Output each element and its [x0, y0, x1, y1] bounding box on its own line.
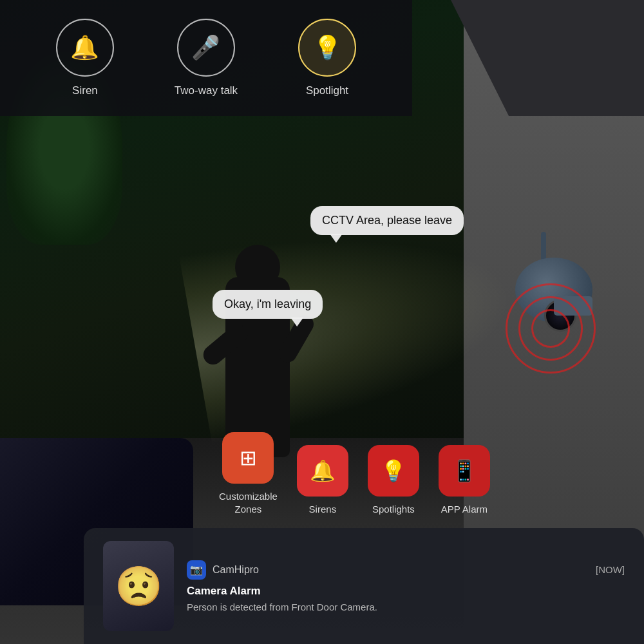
- notif-body: Person is detected from Front Door Camer…: [187, 601, 625, 612]
- intruder-figure: [200, 251, 316, 457]
- action-item-spotlights[interactable]: 💡Spotlights: [368, 445, 419, 516]
- bubble-cctv: CCTV Area, please leave: [310, 206, 464, 235]
- feature-icon-spotlight: 💡: [298, 19, 356, 77]
- feature-icon-siren: 🔔: [56, 19, 114, 77]
- notif-header: 📷 CamHipro [NOW]: [187, 560, 625, 580]
- feature-item-spotlight[interactable]: 💡Spotlight: [298, 19, 356, 97]
- notif-time: [NOW]: [596, 564, 625, 575]
- notif-avatar: 😟: [103, 541, 174, 631]
- feature-label-spotlight: Spotlight: [306, 84, 348, 97]
- action-icon-app-alarm: 📱: [439, 445, 490, 497]
- action-label-customizable-zones: Customizable Zones: [219, 490, 278, 515]
- scene: CCTV Area, please leave Okay, i'm leavin…: [0, 0, 644, 644]
- feature-label-two-way-talk: Two-way talk: [175, 84, 238, 97]
- feature-item-two-way-talk[interactable]: 🎤Two-way talk: [175, 19, 238, 97]
- notif-app-name: CamHipro: [213, 564, 259, 576]
- bottom-actions-bar: ⊞Customizable Zones🔔Sirens💡Spotlights📱AP…: [219, 432, 490, 515]
- feature-label-siren: Siren: [72, 84, 98, 97]
- action-label-sirens: Sirens: [309, 503, 337, 516]
- action-item-sirens[interactable]: 🔔Sirens: [297, 445, 348, 516]
- top-features-bar: 🔔Siren🎤Two-way talk💡Spotlight: [0, 0, 412, 116]
- action-item-customizable-zones[interactable]: ⊞Customizable Zones: [219, 432, 278, 515]
- action-icon-customizable-zones: ⊞: [222, 432, 274, 484]
- notif-app-icon: 📷: [187, 560, 206, 580]
- notification-bar: 😟 📷 CamHipro [NOW] Camera Alarm Person i…: [84, 528, 644, 644]
- notif-title: Camera Alarm: [187, 585, 625, 598]
- notif-content: 📷 CamHipro [NOW] Camera Alarm Person is …: [187, 560, 625, 612]
- feature-icon-two-way-talk: 🎤: [177, 19, 235, 77]
- feature-item-siren[interactable]: 🔔Siren: [56, 19, 114, 97]
- bubble-leaving: Okay, i'm leaving: [213, 290, 323, 319]
- action-label-spotlights: Spotlights: [372, 503, 415, 516]
- action-item-app-alarm[interactable]: 📱APP Alarm: [439, 445, 490, 516]
- action-label-app-alarm: APP Alarm: [441, 503, 488, 516]
- action-icon-spotlights: 💡: [368, 445, 419, 497]
- action-icon-sirens: 🔔: [297, 445, 348, 497]
- sonar-ring-3: [506, 283, 596, 374]
